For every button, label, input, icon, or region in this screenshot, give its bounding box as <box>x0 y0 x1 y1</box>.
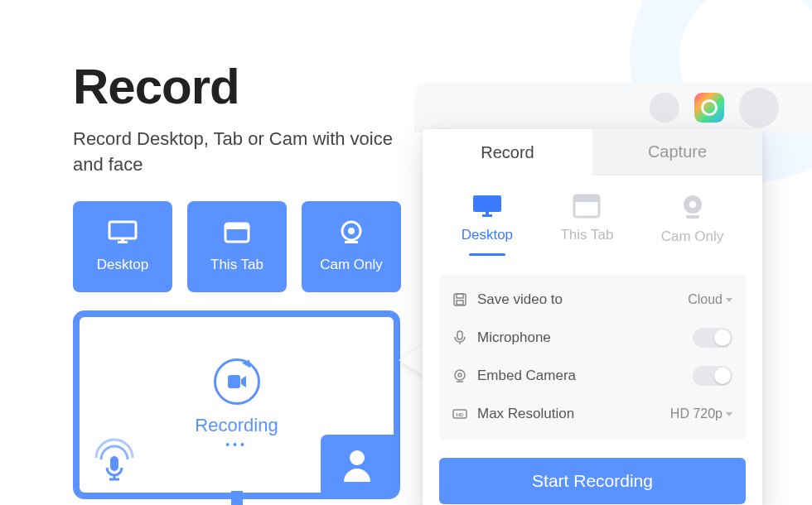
source-row: Desktop This Tab Cam Only <box>423 176 762 267</box>
recording-status-label: Recording <box>195 415 278 436</box>
source-desktop[interactable]: Desktop <box>462 194 513 256</box>
svg-rect-8 <box>228 375 240 388</box>
svg-rect-20 <box>686 215 699 219</box>
active-underline <box>469 253 505 256</box>
desktop-icon <box>108 220 138 245</box>
mode-tile-label: This Tab <box>210 257 263 273</box>
svg-point-27 <box>458 373 462 377</box>
webcam-icon <box>336 220 366 245</box>
source-label: Cam Only <box>661 228 724 245</box>
setting-label: Embed Camera <box>477 368 683 384</box>
svg-point-19 <box>689 201 696 208</box>
extension-icon[interactable] <box>694 93 724 123</box>
svg-rect-2 <box>121 238 124 242</box>
source-label: Desktop <box>462 227 513 243</box>
microphone-toggle[interactable] <box>693 328 732 348</box>
microphone-icon <box>452 330 467 345</box>
svg-rect-22 <box>457 294 463 298</box>
hd-icon: HD <box>452 406 467 421</box>
source-this-tab[interactable]: This Tab <box>560 194 613 256</box>
microphone-wave-icon <box>91 438 138 488</box>
popup-tabs: Record Capture <box>423 129 762 176</box>
svg-point-26 <box>455 370 465 380</box>
svg-rect-7 <box>345 241 358 243</box>
recording-preview-monitor: Recording ••• <box>73 310 400 499</box>
mode-tile-label: Desktop <box>97 257 148 273</box>
setting-value-dropdown[interactable]: Cloud <box>688 292 732 307</box>
monitor-stand <box>171 496 303 505</box>
svg-rect-21 <box>454 294 466 305</box>
tab-icon <box>222 220 252 245</box>
setting-embed-camera: Embed Camera <box>452 357 732 395</box>
desktop-icon <box>471 194 503 219</box>
embed-camera-toggle[interactable] <box>693 366 732 386</box>
svg-point-6 <box>348 228 355 234</box>
svg-rect-0 <box>109 222 136 238</box>
chevron-down-icon <box>726 412 732 416</box>
mode-tile-this-tab[interactable]: This Tab <box>187 201 287 292</box>
setting-label: Save video to <box>477 291 678 308</box>
source-cam-only[interactable]: Cam Only <box>661 194 724 256</box>
recording-dots: ••• <box>225 438 248 451</box>
svg-rect-9 <box>110 456 118 471</box>
svg-text:HD: HD <box>457 412 464 417</box>
svg-rect-13 <box>473 195 501 212</box>
webcam-icon <box>679 194 707 220</box>
mode-tile-label: Cam Only <box>320 257 383 273</box>
setting-label: Microphone <box>477 329 683 346</box>
hero-subtitle: Record Desktop, Tab or Cam with voice an… <box>73 127 403 178</box>
start-recording-button[interactable]: Start Recording <box>439 458 746 504</box>
camera-pip-avatar <box>321 435 394 493</box>
browser-toolbar <box>414 83 812 132</box>
save-icon <box>452 292 467 307</box>
tab-record[interactable]: Record <box>423 129 592 176</box>
svg-rect-15 <box>486 212 489 215</box>
setting-value-dropdown[interactable]: HD 720p <box>670 406 732 421</box>
svg-rect-24 <box>457 331 462 339</box>
settings-panel: Save video to Cloud Microphone Embed Cam… <box>439 274 746 440</box>
tab-capture[interactable]: Capture <box>592 129 762 176</box>
mode-tile-row: Desktop This Tab Cam Only <box>73 201 403 292</box>
svg-rect-4 <box>225 224 249 229</box>
recording-indicator-icon <box>214 358 260 405</box>
setting-label: Max Resolution <box>477 406 660 422</box>
browser-avatar-placeholder <box>739 88 779 127</box>
hero-section: Record Record Desktop, Tab or Cam with v… <box>73 58 403 499</box>
svg-rect-17 <box>574 195 599 202</box>
setting-max-resolution[interactable]: HD Max Resolution HD 720p <box>452 395 732 433</box>
hero-title: Record <box>73 58 403 115</box>
mode-tile-desktop[interactable]: Desktop <box>73 201 172 292</box>
svg-point-12 <box>350 450 365 465</box>
source-label: This Tab <box>560 227 613 243</box>
tab-icon <box>573 194 601 219</box>
setting-microphone: Microphone <box>452 319 732 357</box>
mode-tile-cam-only[interactable]: Cam Only <box>302 201 401 292</box>
svg-rect-23 <box>457 301 463 305</box>
chevron-down-icon <box>726 298 732 302</box>
extension-popup: Record Capture Desktop This Tab Cam Only… <box>423 129 762 505</box>
setting-save-to[interactable]: Save video to Cloud <box>452 281 732 319</box>
browser-toolbar-placeholder <box>650 93 679 123</box>
camera-icon <box>452 368 467 383</box>
